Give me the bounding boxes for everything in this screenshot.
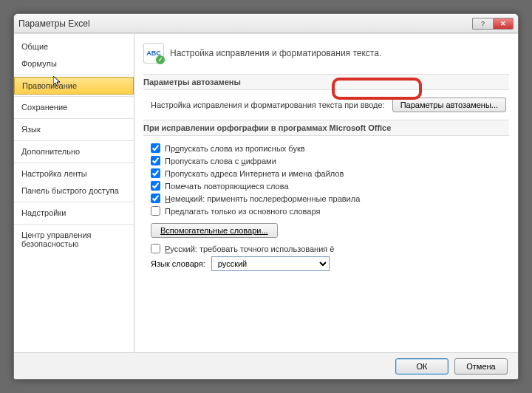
check-numbers-box[interactable]	[151, 156, 160, 165]
check-russian-yo-label: Русский: требовать точного использования…	[165, 245, 334, 253]
window-title: Параметры Excel	[18, 18, 472, 29]
sidebar-item-advanced[interactable]: Дополнительно	[14, 143, 134, 160]
check-internet-box[interactable]	[151, 168, 160, 178]
content-pane: ABC Настройка исправления и форматирован…	[134, 34, 518, 352]
sidebar-item-proofing[interactable]: Правописание	[14, 77, 134, 95]
sidebar-item-trust-center[interactable]: Центр управления безопасностью	[14, 227, 134, 253]
sidebar-item-formulas[interactable]: Формулы	[14, 55, 134, 72]
ok-button[interactable]: ОК	[395, 358, 449, 375]
check-numbers[interactable]: Пропускать слова с цифрами	[151, 156, 509, 165]
check-russian-yo[interactable]: Русский: требовать точного использования…	[151, 244, 509, 253]
check-internet-label: Пропускать адреса Интернета и имена файл…	[165, 169, 344, 178]
titlebar[interactable]: Параметры Excel ? ✕	[14, 14, 518, 33]
autocorrect-options-button[interactable]: Параметры автозамены...	[392, 98, 506, 112]
sidebar: Общие Формулы Правописание Сохранение Яз…	[14, 34, 134, 352]
dialog-footer: ОК Отмена	[14, 352, 518, 379]
sidebar-item-save[interactable]: Сохранение	[14, 99, 134, 116]
section-autocorrect-header: Параметры автозамены	[143, 74, 509, 90]
check-main-dict-label: Предлагать только из основного словаря	[165, 207, 320, 216]
check-uppercase-box[interactable]	[151, 143, 160, 153]
check-uppercase-label: Пропускать слова из прописных букв	[165, 144, 305, 153]
check-german-label: Немецкий: применять послереформенные пра…	[165, 194, 360, 203]
custom-dictionaries-button[interactable]: Вспомогательные словари...	[151, 223, 278, 238]
cancel-button[interactable]: Отмена	[454, 358, 508, 375]
section-spelling-header: При исправлении орфографии в программах …	[143, 120, 509, 136]
dictionary-language-label: Язык словаря:	[151, 259, 205, 268]
excel-options-dialog: Параметры Excel ? ✕ Общие Формулы Правоп…	[13, 13, 519, 380]
cursor-icon	[53, 76, 62, 88]
proofing-icon: ABC	[143, 43, 164, 64]
check-internet[interactable]: Пропускать адреса Интернета и имена файл…	[151, 168, 509, 178]
sidebar-item-language[interactable]: Язык	[14, 121, 134, 138]
check-german-box[interactable]	[151, 194, 160, 203]
check-main-dict-box[interactable]	[151, 206, 160, 216]
check-german[interactable]: Немецкий: применять послереформенные пра…	[151, 194, 509, 203]
check-russian-yo-box[interactable]	[151, 244, 160, 253]
check-uppercase[interactable]: Пропускать слова из прописных букв	[151, 143, 509, 153]
page-title: Настройка исправления и форматирования т…	[170, 48, 381, 58]
sidebar-item-quick-access[interactable]: Панель быстрого доступа	[14, 182, 134, 199]
help-button[interactable]: ?	[472, 18, 493, 30]
check-numbers-label: Пропускать слова с цифрами	[165, 157, 276, 165]
dictionary-language-select[interactable]: русский	[211, 256, 330, 271]
check-repeated[interactable]: Помечать повторяющиеся слова	[151, 181, 509, 191]
check-main-dict[interactable]: Предлагать только из основного словаря	[151, 206, 509, 216]
sidebar-item-addins[interactable]: Надстройки	[14, 205, 134, 222]
spelling-options: Пропускать слова из прописных букв Пропу…	[143, 143, 509, 271]
sidebar-item-general[interactable]: Общие	[14, 38, 134, 55]
autocorrect-row-label: Настройка исправления и форматирования т…	[151, 100, 385, 109]
check-repeated-label: Помечать повторяющиеся слова	[165, 182, 289, 191]
close-button[interactable]: ✕	[493, 18, 514, 30]
check-repeated-box[interactable]	[151, 181, 160, 191]
sidebar-item-customize-ribbon[interactable]: Настройка ленты	[14, 165, 134, 182]
